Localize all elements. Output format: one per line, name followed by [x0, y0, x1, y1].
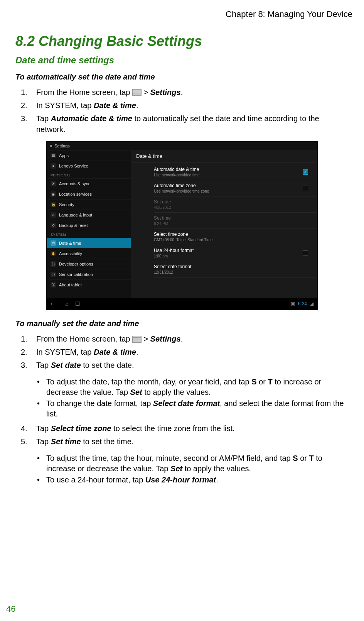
manual-heading: To manually set the date and time [15, 319, 349, 328]
setting-title: Select date format [154, 264, 191, 269]
sidebar-item-location-services[interactable]: ◉ Location services [47, 189, 131, 199]
sidebar-item-security[interactable]: 🔒 Security [47, 199, 131, 210]
select-date-format-label: Select date format [153, 399, 220, 408]
chapter-header: Chapter 8: Managing Your Device [15, 9, 352, 19]
sidebar-item-lenovo-service[interactable]: ● Lenovo Service [47, 161, 131, 171]
step-number: 1. [21, 333, 36, 344]
sidebar-item-sensor-calibration[interactable]: { } Sensor calibration [47, 269, 131, 279]
sidebar-item-language-input[interactable]: A Language & input [47, 210, 131, 220]
setting-select-time-zone[interactable]: Select time zone GMT+08:00, Taipei Stand… [154, 229, 317, 245]
bullet-24-hour: To use a 24-hour format, tap Use 24-hour… [15, 475, 349, 485]
date-time-label: Date & time [94, 348, 136, 356]
step-2: 2.In SYSTEM, tap Date & time. [15, 347, 349, 357]
setting-set-date: Set date 4/18/2012 [154, 196, 317, 213]
step-number: 3. [21, 360, 36, 371]
sidebar-section-system: SYSTEM [47, 230, 131, 238]
set-label: Set [130, 388, 142, 396]
location-icon: ◉ [51, 191, 56, 197]
checkbox-icon[interactable]: ✓ [303, 169, 308, 175]
bullet-adjust-time: To adjust the time, tap the hour, minute… [15, 453, 349, 474]
sidebar-item-label: Date & time [59, 241, 81, 245]
apps-icon: ▦ [51, 153, 56, 158]
navbar-clock: 6:24 [298, 301, 307, 306]
sidebar-item-label: Location services [59, 192, 92, 196]
sidebar-item-label: Accessibility [59, 251, 82, 256]
sidebar-item-label: Language & input [59, 213, 92, 217]
step-3: 3.Tap Set date to set the date. [15, 360, 349, 371]
step-number: 2. [21, 347, 36, 357]
auto-steps: 1.From the Home screen, tap > Settings. … [15, 87, 349, 135]
sidebar-item-backup-reset[interactable]: ⟲ Backup & reset [47, 220, 131, 230]
step-number: 3. [21, 113, 36, 124]
screenshot-icon[interactable]: ▣ [291, 301, 295, 306]
status-bar: Settings [47, 142, 317, 150]
sidebar-item-label: Apps [59, 153, 69, 158]
sidebar-section-personal: PERSONAL [47, 171, 131, 178]
setting-title: Set time [154, 215, 171, 221]
setting-use-24-hour[interactable]: Use 24-hour format 1:00 pm [154, 245, 317, 261]
set-label: Set [170, 464, 182, 473]
step-number: 4. [21, 423, 36, 434]
setting-auto-date-time[interactable]: Automatic date & time Use network-provid… [154, 164, 317, 180]
sidebar-item-label: Developer options [59, 262, 93, 266]
sidebar-item-date-time[interactable]: ⏱ Date & time [47, 238, 131, 248]
setting-title: Use 24-hour format [154, 248, 194, 253]
setting-sub: GMT+08:00, Taipei Standard Time [154, 238, 212, 242]
device-screenshot: Settings ▦ Apps ● Lenovo Service PERSONA… [46, 141, 318, 310]
setting-list: Automatic date & time Use network-provid… [131, 162, 317, 278]
backup-icon: ⟲ [51, 223, 56, 228]
setting-auto-time-zone[interactable]: Automatic time zone Use network-provided… [154, 180, 317, 196]
settings-label: Settings [150, 88, 181, 96]
setting-title: Select time zone [154, 232, 212, 237]
sidebar-item-apps[interactable]: ▦ Apps [47, 150, 131, 161]
step-1: 1.From the Home screen, tap > Settings. [15, 333, 349, 344]
sidebar-item-accessibility[interactable]: ✋ Accessibility [47, 248, 131, 259]
settings-sidebar: ▦ Apps ● Lenovo Service PERSONAL ⟳ Accou… [47, 150, 131, 298]
accessibility-icon: ✋ [51, 251, 56, 256]
checkbox-icon[interactable] [303, 186, 308, 191]
step-2: 2.In SYSTEM, tap Date & time. [15, 100, 349, 111]
setting-title: Automatic date & time [154, 167, 200, 172]
select-time-zone-label: Select time zone [51, 424, 111, 433]
checkbox-icon[interactable] [303, 250, 308, 256]
auto-heading: To automatically set the date and time [15, 73, 349, 81]
setting-select-date-format[interactable]: Select date format 12/31/2012 [154, 261, 317, 278]
signal-icon: ◢ [310, 301, 313, 306]
section-title: 8.2 Changing Basic Settings [15, 33, 349, 49]
clock-icon: ⏱ [51, 240, 56, 246]
time-bullets: To adjust the time, tap the hour, minute… [15, 453, 349, 485]
sidebar-item-label: Lenovo Service [59, 164, 88, 168]
pane-title: Date & time [131, 150, 317, 162]
sidebar-item-accounts-sync[interactable]: ⟳ Accounts & sync [47, 178, 131, 189]
setting-set-time: Set time 6:24 PM [154, 213, 317, 229]
lenovo-icon: ● [51, 163, 56, 169]
recent-icon[interactable]: ☐ [75, 301, 80, 307]
sidebar-item-label: Accounts & sync [59, 181, 90, 186]
setting-title: Automatic time zone [154, 183, 209, 188]
sidebar-item-label: Sensor calibration [59, 272, 93, 277]
sidebar-item-label: Backup & reset [59, 223, 88, 228]
settings-label: Settings [150, 335, 181, 343]
step-number: 2. [21, 100, 36, 111]
statusbar-title: Settings [54, 144, 70, 148]
sidebar-item-about-tablet[interactable]: ⓘ About tablet [47, 279, 131, 290]
back-icon[interactable]: ⟵ [51, 301, 58, 307]
page-number: 46 [6, 604, 15, 614]
setting-sub: Use network-provided time [154, 173, 200, 177]
sidebar-item-label: About tablet [59, 283, 82, 287]
language-icon: A [51, 212, 56, 218]
step-5: 5.Tap Set time to set the time. [15, 436, 349, 447]
subsection-title: Date and time settings [15, 55, 349, 66]
apps-grid-icon [132, 336, 142, 343]
bullet-date-format: To change the date format, tap Select da… [15, 398, 349, 419]
date-bullets: To adjust the date, tap the month, day, … [15, 377, 349, 419]
apps-grid-icon [132, 89, 142, 96]
setting-sub: 1:00 pm [154, 254, 194, 258]
setting-sub: 6:24 PM [154, 222, 171, 226]
set-date-label: Set date [51, 361, 81, 369]
home-icon[interactable]: ⌂ [65, 301, 68, 307]
sidebar-item-developer-options[interactable]: { } Developer options [47, 259, 131, 269]
main-pane: Date & time Automatic date & time Use ne… [131, 150, 317, 298]
info-icon: ⓘ [51, 282, 56, 288]
manual-steps-cont: 4.Tap Select time zone to select the tim… [15, 423, 349, 447]
